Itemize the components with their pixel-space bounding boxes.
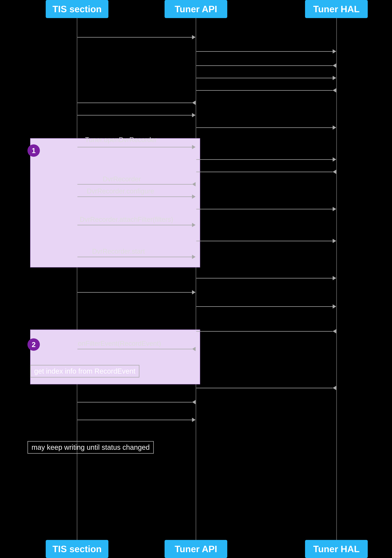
arrow-attach-filter — [78, 223, 196, 227]
arrow-20 — [196, 304, 336, 309]
tuner-api-header: Tuner API — [165, 0, 227, 18]
tuner-hal-lifeline — [336, 18, 337, 540]
arrow-start — [78, 255, 196, 259]
arrow-16 — [196, 239, 336, 243]
arrow-23 — [196, 386, 336, 390]
arrow-4 — [196, 76, 336, 80]
arrow-18 — [196, 276, 336, 280]
step-1-circle: 1 — [27, 144, 40, 157]
note-keep-writing: may keep writing until status changed — [27, 441, 154, 454]
tis-section-header: TIS section — [46, 0, 108, 18]
label-open-dvr-recorder: Tuner.openDvrRecorder — [85, 136, 157, 144]
tis-lifeline — [77, 18, 78, 540]
tuner-hal-header: Tuner HAL — [305, 0, 368, 18]
label-start: DvrRecorder.start — [92, 248, 145, 255]
label-attach-filter: DvrRecorder.attachFilter(filters) — [80, 216, 173, 223]
arrow-8 — [196, 125, 336, 130]
arrow-6 — [78, 101, 196, 105]
arrow-21 — [196, 329, 336, 333]
arrow-11 — [196, 170, 336, 174]
tis-section-footer: TIS section — [46, 540, 108, 558]
arrow-14 — [196, 207, 336, 211]
arrow-on-filter-event — [78, 347, 196, 351]
arrow-open-dvr-recorder — [78, 145, 196, 149]
arrow-7 — [78, 113, 196, 117]
arrow-3 — [196, 63, 336, 68]
arrow-19 — [78, 290, 196, 294]
arrow-25 — [78, 418, 196, 422]
label-on-filter-event: onFilterEvent(RecordEvent) — [78, 340, 161, 347]
tuner-api-footer: Tuner API — [165, 540, 227, 558]
tuner-hal-footer: Tuner HAL — [305, 540, 368, 558]
arrow-2 — [196, 49, 336, 53]
arrow-configure — [78, 194, 196, 199]
label-dvr-recorder: DvrRecorder — [103, 175, 141, 183]
arrow-24 — [78, 400, 196, 404]
arrow-10 — [196, 157, 336, 162]
arrow-1 — [78, 35, 196, 39]
note-get-index-info: get index info from RecordEvent — [30, 365, 139, 377]
step-2-circle: 2 — [27, 338, 40, 351]
label-configure: DvrRecorder.configure — [87, 187, 154, 195]
arrow-5 — [196, 88, 336, 92]
